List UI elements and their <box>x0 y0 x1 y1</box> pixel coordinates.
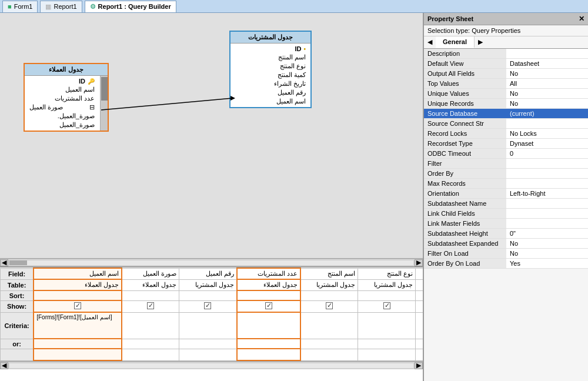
sort-col5[interactable] <box>300 290 358 300</box>
show-col1[interactable] <box>34 300 121 312</box>
tab-report1[interactable]: ▦ Report1 <box>40 1 82 12</box>
ps-prop-value[interactable]: (current) <box>506 109 588 119</box>
hscroll-left-btn[interactable]: ◀ <box>0 259 8 266</box>
criteria-col7[interactable] <box>416 312 423 339</box>
ps-prop-value[interactable]: Left-to-Right <box>506 189 588 199</box>
show-col6[interactable] <box>358 300 416 312</box>
table-col3[interactable]: جدول المشتريا <box>179 279 237 290</box>
field-col4[interactable]: عدد المشتريات <box>237 268 300 279</box>
ps-prop-value[interactable]: All <box>506 79 588 89</box>
ps-prop-value[interactable] <box>506 119 588 129</box>
grid-hscroll-track[interactable] <box>9 363 413 368</box>
ps-close-button[interactable]: ✕ <box>579 15 584 23</box>
ps-prop-value[interactable]: No <box>506 89 588 99</box>
criteria-col1[interactable]: [Forms]![Form1]![اسم العميل] <box>34 312 121 339</box>
tab-query-builder[interactable]: ⚙ Report1 : Query Builder <box>85 1 176 12</box>
canvas-hscroll[interactable]: ◀ ▶ <box>0 258 423 266</box>
grid-hscroll-left[interactable]: ◀ <box>0 362 8 369</box>
empty-col4[interactable] <box>237 349 300 360</box>
field-col3[interactable]: رقم العميل <box>179 268 237 279</box>
ps-prop-value[interactable] <box>506 179 588 189</box>
or-col4[interactable] <box>237 339 300 349</box>
show-col3[interactable] <box>179 300 237 312</box>
sort-col3[interactable] <box>179 290 237 300</box>
ps-prop-value[interactable]: No Locks <box>506 129 588 139</box>
ps-nav-right[interactable]: ▶ <box>475 36 486 48</box>
checkbox-show5[interactable] <box>326 302 333 309</box>
ps-prop-value[interactable]: Dynaset <box>506 139 588 149</box>
checkbox-show3[interactable] <box>204 302 211 309</box>
ps-properties-container[interactable]: DescriptionDefault ViewDatasheetOutput A… <box>424 49 588 381</box>
or-col6[interactable] <box>358 339 416 349</box>
hscroll-track[interactable] <box>9 260 413 265</box>
ps-prop-value[interactable]: 0" <box>506 229 588 239</box>
sort-col7[interactable] <box>416 290 423 300</box>
show-col4[interactable] <box>237 300 300 312</box>
table-col6[interactable]: جدول المشتريا <box>358 279 416 290</box>
table-purchases[interactable]: جدول المشتريات • ID اسم المنتج نوع المنت… <box>229 31 312 108</box>
sort-col1[interactable] <box>34 290 121 300</box>
ps-prop-value[interactable]: No <box>506 239 588 249</box>
ps-prop-value[interactable]: Yes <box>506 259 588 269</box>
field-col2[interactable]: صورة العميل <box>122 268 179 279</box>
table-col1[interactable]: جدول العملاء <box>34 279 121 290</box>
checkbox-show1[interactable] <box>74 302 81 309</box>
field-col7[interactable]: كمية المنتج <box>416 268 423 279</box>
checkbox-show6[interactable] <box>383 302 390 309</box>
show-col5[interactable] <box>300 300 358 312</box>
ps-prop-value[interactable] <box>506 219 588 229</box>
table-col4[interactable]: جدول العملاء <box>237 279 300 290</box>
sort-col2[interactable] <box>122 290 179 300</box>
show-col2[interactable] <box>122 300 179 312</box>
empty-col5[interactable] <box>300 349 358 360</box>
canvas-area[interactable]: جدول العملاء 🔑 ID اسم العميل عدد المشتري… <box>0 13 423 258</box>
or-col7[interactable] <box>416 339 423 349</box>
checkbox-show2[interactable] <box>147 302 154 309</box>
empty-col2[interactable] <box>122 349 179 360</box>
ps-tab-general[interactable]: General <box>436 36 475 48</box>
grid-hscroll[interactable]: ◀ ▶ <box>0 361 423 369</box>
or-col5[interactable] <box>300 339 358 349</box>
field-col6[interactable]: نوع المنتج <box>358 268 416 279</box>
hscroll-right-btn[interactable]: ▶ <box>415 259 423 266</box>
empty-col7[interactable] <box>416 349 423 360</box>
ps-prop-value[interactable] <box>506 199 588 209</box>
ps-row: Source Connect Str <box>424 119 588 129</box>
ps-prop-value[interactable]: 0 <box>506 149 588 159</box>
ps-prop-value[interactable] <box>506 169 588 179</box>
criteria-col3[interactable] <box>179 312 237 339</box>
field-col5[interactable]: اسم المنتج <box>300 268 358 279</box>
empty-col6[interactable] <box>358 349 416 360</box>
ps-prop-value[interactable]: No <box>506 99 588 109</box>
tab-form1[interactable]: ■ Form1 <box>2 1 38 12</box>
checkbox-show4[interactable] <box>265 302 272 309</box>
ps-prop-value[interactable]: No <box>506 69 588 79</box>
or-col1[interactable] <box>34 339 121 349</box>
ps-prop-value[interactable] <box>506 209 588 219</box>
ps-prop-value[interactable] <box>506 49 588 59</box>
ps-nav-left[interactable]: ◀ <box>424 36 436 48</box>
scrollbar-customers[interactable] <box>100 76 108 131</box>
table-col7[interactable]: ل المشتريا <box>416 279 423 290</box>
ps-prop-value[interactable]: Datasheet <box>506 59 588 69</box>
key-icon-purch: • <box>303 46 306 52</box>
or-col2[interactable] <box>122 339 179 349</box>
sort-col6[interactable] <box>358 290 416 300</box>
field-col1[interactable]: اسم العميل <box>34 268 121 279</box>
ps-prop-value[interactable] <box>506 159 588 169</box>
ps-prop-value[interactable]: No <box>506 249 588 259</box>
grid-scroll-container[interactable]: Field: اسم العميل صورة العميل رقم العميل… <box>0 268 423 361</box>
empty-col3[interactable] <box>179 349 237 360</box>
criteria-col5[interactable] <box>300 312 358 339</box>
table-col5[interactable]: جدول المشتريا <box>300 279 358 290</box>
empty-col1[interactable] <box>34 349 121 360</box>
grid-hscroll-right[interactable]: ▶ <box>415 362 423 369</box>
table-customers[interactable]: جدول العملاء 🔑 ID اسم العميل عدد المشتري… <box>24 63 109 132</box>
criteria-col2[interactable] <box>122 312 179 339</box>
criteria-col4[interactable] <box>237 312 300 339</box>
show-col7[interactable] <box>416 300 423 312</box>
criteria-col6[interactable] <box>358 312 416 339</box>
table-col2[interactable]: جدول العملاء <box>122 279 179 290</box>
or-col3[interactable] <box>179 339 237 349</box>
sort-col4[interactable] <box>237 290 300 300</box>
